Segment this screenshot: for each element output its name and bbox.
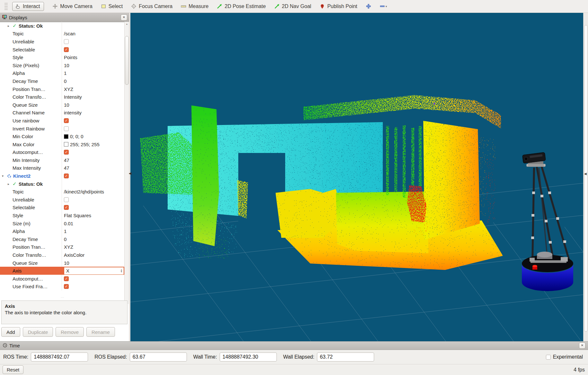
spinner-arrows-icon[interactable]: ▴▾ bbox=[121, 269, 124, 273]
tree-row-max-color[interactable]: Max Color255; 255; 255 bbox=[0, 140, 125, 148]
add-button[interactable]: Add bbox=[1, 327, 20, 337]
tree-row-status-ok[interactable]: ▸✓Status: Ok bbox=[0, 22, 125, 30]
tree-row-autocomput-[interactable]: Autocomput…✓ bbox=[0, 148, 125, 156]
property-value: 10 bbox=[64, 63, 69, 68]
tree-row-style[interactable]: StyleFlat Squares bbox=[0, 211, 125, 219]
green-arrow-icon bbox=[274, 4, 280, 9]
tree-row-style[interactable]: StylePoints bbox=[0, 53, 125, 61]
tree-row-unreliable[interactable]: Unreliable bbox=[0, 196, 125, 204]
property-label: Min Color bbox=[13, 134, 33, 139]
tree-row-autocomput-[interactable]: Autocomput…✓ bbox=[0, 275, 125, 283]
tree-row-topic[interactable]: Topic/kinect2/qhd/points bbox=[0, 188, 125, 196]
ros-elapsed-input[interactable]: 63.67 bbox=[130, 353, 187, 362]
time-panel: Time ✕ ROS Time:1488887492.07ROS Elapsed… bbox=[0, 341, 588, 375]
close-icon[interactable]: ✕ bbox=[579, 343, 585, 349]
expander-icon[interactable]: ▾ bbox=[2, 174, 7, 178]
remove-tool-button[interactable]: ▾ bbox=[380, 4, 387, 9]
property-checkbox[interactable] bbox=[64, 197, 69, 202]
scroll-up-icon[interactable]: ▲ bbox=[125, 23, 129, 25]
tree-row-invert-rainbow[interactable]: Invert Rainbow bbox=[0, 125, 125, 133]
property-checkbox[interactable] bbox=[64, 39, 69, 44]
scrollbar-thumb[interactable] bbox=[125, 36, 129, 85]
tree-row-min-color[interactable]: Min Color0; 0; 0 bbox=[0, 132, 125, 140]
property-label: Autocomput… bbox=[13, 149, 43, 155]
tree-row-color-transfo-[interactable]: Color Transfo…AxisColor bbox=[0, 251, 125, 259]
ros-time-input[interactable]: 1488887492.07 bbox=[31, 353, 88, 362]
property-label: Alpha bbox=[13, 70, 25, 76]
tree-row-alpha[interactable]: Alpha1 bbox=[0, 69, 125, 77]
property-label: Channel Name bbox=[13, 110, 45, 115]
tool-2d-nav-goal[interactable]: 2D Nav Goal bbox=[274, 4, 312, 9]
axis-spinbox[interactable]: X▴▾ bbox=[64, 267, 124, 275]
panel-expand-arrow-icon[interactable]: ◀ bbox=[584, 172, 587, 175]
tree-row-position-tran-[interactable]: Position Tran…XYZ bbox=[0, 85, 125, 93]
tree-row-size-m-[interactable]: Size (m)0.01 bbox=[0, 219, 125, 228]
tree-row-topic[interactable]: Topic/scan bbox=[0, 30, 125, 38]
tree-row-queue-size[interactable]: Queue Size10 bbox=[0, 101, 125, 109]
property-label: Unreliable bbox=[13, 39, 34, 44]
property-value: 47 bbox=[64, 165, 69, 171]
property-checkbox[interactable]: ✓ bbox=[64, 174, 69, 178]
property-checkbox[interactable]: ✓ bbox=[64, 150, 69, 155]
property-value: Points bbox=[64, 55, 77, 60]
add-tool-button[interactable] bbox=[366, 4, 371, 9]
panel-collapse-arrow-icon[interactable]: ◀ bbox=[129, 171, 133, 176]
property-value: 0.01 bbox=[64, 221, 73, 226]
tree-row-unreliable[interactable]: Unreliable bbox=[0, 38, 125, 46]
tree-row-axis[interactable]: AxisX▴▾ bbox=[0, 267, 125, 275]
tree-row-selectable[interactable]: Selectable✓ bbox=[0, 46, 125, 54]
wall-elapsed-input[interactable]: 63.72 bbox=[317, 353, 374, 362]
close-icon[interactable]: ✕ bbox=[121, 14, 127, 21]
tree-row-status-ok[interactable]: ▸✓Status: Ok bbox=[0, 180, 125, 188]
right-scrollbar-thumb[interactable] bbox=[584, 25, 588, 332]
expander-icon[interactable]: ▸ bbox=[8, 24, 13, 28]
tree-row-alpha[interactable]: Alpha1 bbox=[0, 227, 125, 235]
tree-row-decay-time[interactable]: Decay Time0 bbox=[0, 77, 125, 85]
tree-row-decay-time[interactable]: Decay Time0 bbox=[0, 235, 125, 243]
property-checkbox[interactable]: ✓ bbox=[64, 276, 69, 281]
tool-focus-camera[interactable]: Focus Camera bbox=[131, 4, 172, 9]
tree-row-kinect2[interactable]: ▾Kinect2✓ bbox=[0, 172, 125, 180]
right-panel-splitter[interactable]: ◀ bbox=[583, 13, 588, 341]
tool-interact[interactable]: Interact bbox=[12, 2, 44, 11]
property-checkbox[interactable] bbox=[64, 126, 69, 131]
splitter-grip[interactable]: ∙∙∙ bbox=[0, 296, 125, 299]
tree-row-selectable[interactable]: Selectable✓ bbox=[0, 204, 125, 212]
property-checkbox[interactable]: ✓ bbox=[64, 205, 69, 210]
tree-row-min-intensity[interactable]: Min Intensity47 bbox=[0, 156, 125, 164]
experimental-checkbox[interactable] bbox=[546, 355, 551, 360]
tool-select[interactable]: Select bbox=[101, 4, 123, 9]
property-checkbox[interactable]: ✓ bbox=[64, 284, 69, 289]
property-value: AxisColor bbox=[64, 252, 84, 258]
tool-move-camera[interactable]: Move Camera bbox=[52, 4, 92, 9]
move-icon bbox=[52, 4, 58, 9]
status-ok-icon: ✓ bbox=[13, 23, 19, 29]
expander-icon[interactable]: ▸ bbox=[8, 182, 13, 186]
tree-row-use-fixed-fra-[interactable]: Use Fixed Fra…✓ bbox=[0, 283, 125, 291]
tree-row-position-tran-[interactable]: Position Tran…XYZ bbox=[0, 243, 125, 251]
3d-viewport[interactable] bbox=[130, 13, 583, 341]
property-checkbox[interactable]: ✓ bbox=[64, 118, 69, 123]
tree-row-size-pixels-[interactable]: Size (Pixels)10 bbox=[0, 61, 125, 69]
tree-row-color-transfo-[interactable]: Color Transfo…Intensity bbox=[0, 93, 125, 101]
displays-panel: Displays ✕ ▸✓Status: OkTopic/scanUnrelia… bbox=[0, 13, 129, 341]
reset-button[interactable]: Reset bbox=[3, 365, 23, 374]
tree-row-max-intensity[interactable]: Max Intensity47 bbox=[0, 164, 125, 172]
tool-measure[interactable]: Measure bbox=[181, 4, 208, 9]
color-swatch[interactable] bbox=[64, 142, 68, 147]
tree-row-queue-size[interactable]: Queue Size10 bbox=[0, 259, 125, 267]
focus-icon bbox=[131, 4, 136, 9]
property-label: Position Tran… bbox=[13, 244, 46, 250]
color-swatch[interactable] bbox=[64, 134, 68, 139]
tool-2d-pose-estimate[interactable]: 2D Pose Estimate bbox=[217, 4, 266, 9]
tree-row-use-rainbow[interactable]: Use rainbow✓ bbox=[0, 117, 125, 125]
tool-publish-point[interactable]: Publish Point bbox=[320, 4, 357, 9]
tree-row-channel-name[interactable]: Channel Nameintensity bbox=[0, 109, 125, 117]
property-label: Selectable bbox=[13, 205, 35, 210]
toolbar-drag-handle[interactable] bbox=[4, 3, 8, 10]
wall-time-input[interactable]: 1488887492.30 bbox=[220, 353, 277, 362]
measure-icon bbox=[181, 4, 186, 9]
chevron-down-icon[interactable]: ▾ bbox=[386, 5, 387, 8]
property-checkbox[interactable]: ✓ bbox=[64, 47, 69, 52]
tree-scrollbar[interactable]: ▲ bbox=[124, 22, 129, 304]
